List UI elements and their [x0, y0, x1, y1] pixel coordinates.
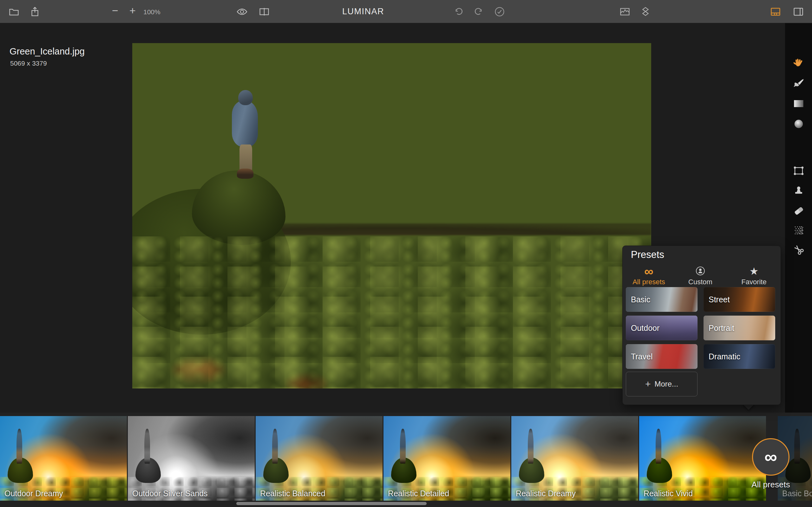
preset-thumb-label: Outdoor Dreamy: [4, 489, 63, 498]
histogram-icon: [619, 6, 631, 18]
preset-preview-image: [0, 416, 127, 501]
preset-preview-image: [639, 416, 766, 501]
compare-button[interactable]: [258, 5, 270, 18]
split-compare-icon: [258, 6, 270, 18]
check-circle-icon: [494, 6, 506, 18]
red-moss-patch: [283, 372, 330, 389]
person-boots: [237, 169, 253, 179]
preset-thumb-label: Basic Boost: [782, 489, 812, 498]
undo-button[interactable]: [452, 5, 465, 18]
more-button-label: More...: [654, 380, 678, 389]
preset-category-travel[interactable]: Travel: [626, 344, 698, 369]
checkpoint-button[interactable]: [493, 5, 506, 18]
photo-canvas[interactable]: [132, 43, 651, 389]
share-export-icon: [29, 6, 41, 18]
tab-custom[interactable]: Custom: [675, 263, 726, 286]
eraser-icon: [792, 204, 806, 218]
presets-panel-title: Presets: [631, 249, 664, 261]
category-label: Travel: [631, 352, 653, 361]
all-presets-label: All presets: [751, 480, 790, 490]
preset-thumb-label: Outdoor Silver Sands: [132, 489, 208, 498]
app-title: LUMINAR: [342, 7, 384, 16]
preset-thumb-realistic-dreamy[interactable]: Realistic Dreamy: [511, 416, 638, 501]
histogram-toggle-button[interactable]: [618, 5, 631, 18]
eraser-tool-button[interactable]: [792, 204, 806, 218]
preset-thumb-label: Realistic Vivid: [644, 489, 693, 498]
preset-category-dramatic[interactable]: Dramatic: [704, 344, 775, 369]
file-dimensions: 5069 x 3379: [10, 60, 47, 67]
person-hood: [238, 90, 253, 105]
preset-preview-image: [511, 416, 638, 501]
export-button[interactable]: [29, 5, 41, 18]
bottom-panel-icon: [769, 6, 781, 18]
tab-custom-label: Custom: [675, 278, 726, 286]
top-toolbar: − + 100% LUMINAR: [0, 0, 812, 23]
preset-thumb-outdoor-dreamy[interactable]: Outdoor Dreamy: [0, 416, 127, 501]
denoise-tool-button[interactable]: [792, 223, 806, 238]
hand-tool-button[interactable]: [792, 56, 806, 71]
zoom-in-button[interactable]: +: [126, 4, 139, 17]
scissors-icon: [792, 243, 806, 257]
preset-category-outdoor[interactable]: Outdoor: [626, 316, 698, 340]
eye-icon: [236, 6, 248, 18]
file-name: Green_Iceland.jpg: [9, 46, 85, 57]
folder-icon: [8, 6, 20, 18]
layers-toggle-button[interactable]: [639, 5, 652, 18]
preset-thumb-realistic-balanced[interactable]: Realistic Balanced: [256, 416, 383, 501]
bottom-panel-toggle-button[interactable]: [769, 5, 782, 18]
preset-category-basic[interactable]: Basic: [626, 287, 698, 312]
preset-thumb-outdoor-silver-sands[interactable]: Outdoor Silver Sands: [128, 416, 255, 501]
preset-thumb-realistic-detailed[interactable]: Realistic Detailed: [384, 416, 510, 501]
zoom-level[interactable]: 100%: [143, 8, 160, 16]
filmstrip-scrollbar[interactable]: [236, 502, 426, 505]
open-folder-button[interactable]: [8, 5, 20, 18]
redo-button[interactable]: [473, 5, 485, 18]
user-icon: [695, 265, 706, 277]
presets-panel: Presets ∞ All presets Custom ★ Favorite …: [622, 245, 781, 405]
category-label: Outdoor: [631, 324, 659, 333]
quick-preview-button[interactable]: [236, 5, 248, 18]
category-label: Street: [709, 295, 730, 304]
preset-thumb-label: Realistic Dreamy: [516, 489, 576, 498]
crop-tool-button[interactable]: [792, 242, 806, 257]
denoise-dots-icon: [792, 223, 806, 237]
radial-gradient-tool-button[interactable]: [792, 117, 806, 131]
transform-frame-icon: [792, 164, 806, 178]
presets-filmstrip: Outdoor Dreamy Outdoor Silver Sands Real…: [0, 412, 812, 507]
clone-stamp-tool-button[interactable]: [792, 183, 806, 198]
preset-category-portrait[interactable]: Portrait: [704, 316, 775, 340]
person-jacket: [232, 101, 258, 147]
tab-all-presets[interactable]: ∞ All presets: [623, 263, 675, 286]
layers-icon: [640, 6, 652, 18]
side-panel-toggle-button[interactable]: [792, 5, 805, 18]
preset-thumb-label: Realistic Balanced: [260, 489, 325, 498]
category-label: Portrait: [709, 324, 734, 333]
gradient-tool-button[interactable]: [792, 96, 806, 111]
zoom-out-button[interactable]: −: [109, 4, 121, 17]
preset-thumb-label: Realistic Detailed: [388, 489, 449, 498]
preset-thumb-realistic-vivid[interactable]: Realistic Vivid: [639, 416, 766, 501]
preset-category-street[interactable]: Street: [704, 287, 775, 312]
brush-tool-button[interactable]: [792, 76, 806, 91]
side-panel-icon: [792, 6, 804, 18]
tab-all-presets-label: All presets: [623, 278, 675, 286]
red-moss-patch: [169, 355, 229, 385]
hand-icon: [792, 57, 806, 71]
all-presets-button[interactable]: ∞: [752, 438, 790, 475]
more-presets-button[interactable]: + More...: [626, 372, 698, 396]
gradient-icon: [792, 97, 806, 111]
tab-favorite-label: Favorite: [727, 278, 780, 286]
redo-icon: [473, 6, 485, 18]
clone-stamp-icon: [792, 184, 806, 198]
category-label: Basic: [631, 295, 650, 304]
preset-preview-image: [128, 416, 255, 501]
transform-tool-button[interactable]: [792, 164, 806, 178]
preset-preview-image: [256, 416, 383, 501]
infinity-icon: ∞: [644, 266, 653, 277]
category-label: Dramatic: [709, 352, 740, 361]
radial-gradient-icon: [792, 117, 806, 131]
tab-favorite[interactable]: ★ Favorite: [727, 263, 780, 286]
star-icon: ★: [750, 266, 759, 277]
plus-icon: +: [645, 379, 651, 389]
person-legs: [240, 145, 252, 171]
